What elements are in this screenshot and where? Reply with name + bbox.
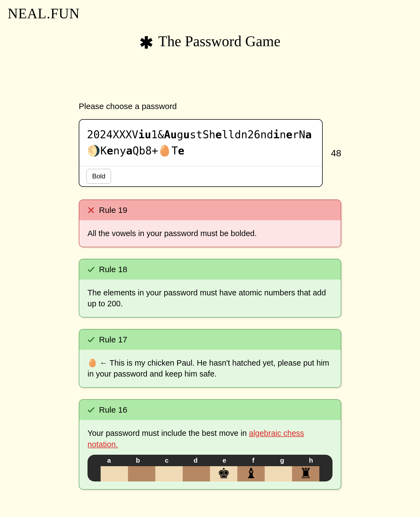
- rule-card: Rule 17🥚 ← This is my chicken Paul. He h…: [79, 329, 341, 388]
- rule-header: Rule 18: [79, 259, 341, 280]
- chess-file-label: b: [124, 456, 151, 465]
- password-input[interactable]: 2024XXXViu1&AugustShelldn26ndinerNa🌖Keny…: [79, 120, 322, 166]
- chess-square[interactable]: [101, 466, 128, 481]
- check-icon: [87, 406, 95, 414]
- chess-file-label: f: [240, 456, 267, 465]
- chess-file-label: h: [297, 456, 325, 465]
- chess-board: abcdefgh♚♝♜: [88, 455, 332, 481]
- chess-square[interactable]: ♝: [237, 466, 265, 481]
- rule-body: All the vowels in your password must be …: [79, 220, 341, 247]
- rule-card: Rule 19All the vowels in your password m…: [79, 199, 341, 247]
- rule-header: Rule 17: [79, 330, 341, 350]
- rule-label: Rule 18: [99, 265, 127, 274]
- password-box: 2024XXXViu1&AugustShelldn26ndinerNa🌖Keny…: [79, 119, 323, 187]
- rule-body: Your password must include the best move…: [79, 420, 341, 489]
- check-icon: [87, 336, 95, 344]
- x-icon: [87, 206, 95, 214]
- chess-file-label: d: [182, 456, 209, 465]
- check-icon: [87, 265, 95, 274]
- page-title: ✱ The Password Game: [76, 33, 344, 52]
- chess-file-label: g: [269, 456, 296, 465]
- password-prompt: Please choose a password: [79, 102, 341, 111]
- rule-card: Rule 16Your password must include the be…: [79, 399, 341, 490]
- rule-card: Rule 18The elements in your password mus…: [79, 259, 341, 318]
- bold-button[interactable]: Bold: [86, 169, 111, 184]
- rule-header: Rule 16: [79, 400, 341, 420]
- rule-body: The elements in your password must have …: [79, 280, 341, 317]
- chess-square[interactable]: ♚: [210, 466, 237, 481]
- rule-text: Your password must include the best move…: [88, 429, 249, 437]
- rule-label: Rule 16: [99, 405, 127, 415]
- chess-square[interactable]: [183, 466, 210, 481]
- chess-file-label: c: [153, 456, 180, 465]
- chess-file-label: e: [211, 456, 238, 465]
- chess-square[interactable]: [265, 466, 292, 481]
- rule-label: Rule 17: [99, 335, 127, 344]
- chess-square[interactable]: ♜: [292, 466, 319, 481]
- char-counter: 48: [331, 148, 341, 158]
- chess-square[interactable]: [128, 466, 155, 481]
- rule-header: Rule 19: [79, 200, 341, 220]
- format-toolbar: Bold: [79, 166, 322, 186]
- title-text: The Password Game: [158, 33, 281, 49]
- rule-body: 🥚 ← This is my chicken Paul. He hasn't h…: [79, 350, 341, 387]
- site-logo[interactable]: NEAL.FUN: [8, 5, 80, 22]
- rule-label: Rule 19: [99, 205, 127, 215]
- chess-row: ♚♝♜: [95, 466, 325, 481]
- chess-file-label: a: [95, 456, 123, 465]
- asterisk-icon: ✱: [139, 33, 153, 52]
- chess-file-labels: abcdefgh: [95, 455, 325, 466]
- chess-square[interactable]: [155, 466, 183, 481]
